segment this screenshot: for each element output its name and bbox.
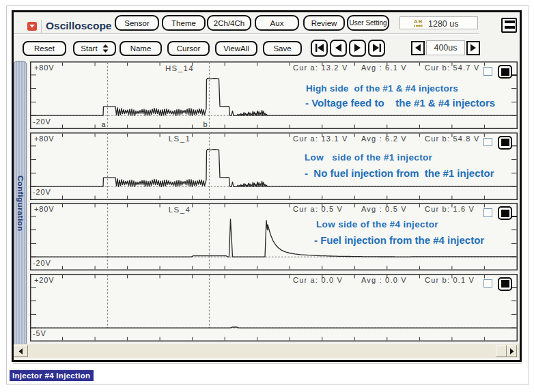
svg-text:AB: AB xyxy=(414,18,423,25)
svg-text:a: a xyxy=(101,120,106,128)
svg-text:b: b xyxy=(203,120,207,128)
